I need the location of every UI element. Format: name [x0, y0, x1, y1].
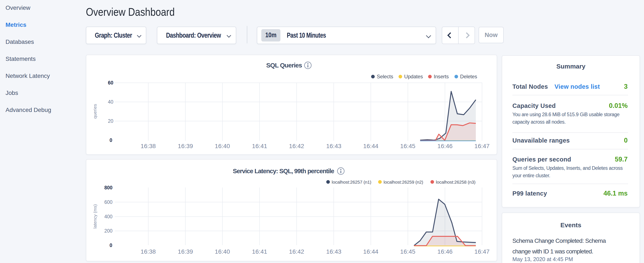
- svg-text:SQL Queries: SQL Queries: [266, 62, 302, 69]
- svg-text:latency (ms): latency (ms): [92, 204, 98, 228]
- svg-text:16:40: 16:40: [215, 248, 230, 255]
- svg-text:16:39: 16:39: [178, 248, 193, 255]
- svg-text:Deletes: Deletes: [460, 74, 477, 79]
- svg-text:20: 20: [108, 118, 113, 124]
- svg-text:16:45: 16:45: [400, 248, 415, 255]
- svg-text:200: 200: [104, 228, 112, 234]
- svg-text:16:46: 16:46: [437, 248, 452, 255]
- svg-text:16:44: 16:44: [363, 143, 378, 149]
- svg-text:600: 600: [104, 199, 112, 205]
- svg-text:16:47: 16:47: [474, 248, 490, 255]
- svg-text:0: 0: [110, 137, 112, 143]
- svg-text:16:40: 16:40: [215, 143, 230, 149]
- svg-text:localhost:26259 (n2): localhost:26259 (n2): [384, 180, 423, 184]
- svg-text:16:43: 16:43: [326, 143, 341, 149]
- svg-text:Updates: Updates: [404, 74, 423, 79]
- svg-text:16:43: 16:43: [326, 248, 341, 255]
- svg-text:16:46: 16:46: [437, 143, 452, 149]
- svg-text:16:38: 16:38: [140, 248, 156, 255]
- svg-text:60: 60: [108, 80, 113, 86]
- svg-text:16:45: 16:45: [400, 143, 415, 149]
- svg-text:Inserts: Inserts: [434, 74, 449, 79]
- svg-text:40: 40: [108, 99, 113, 105]
- svg-text:400: 400: [104, 214, 112, 219]
- svg-text:16:38: 16:38: [140, 143, 156, 149]
- svg-text:localhost:26257 (n1): localhost:26257 (n1): [332, 180, 371, 184]
- svg-text:800: 800: [104, 185, 112, 190]
- svg-text:16:39: 16:39: [178, 143, 193, 149]
- svg-text:16:42: 16:42: [289, 248, 304, 255]
- svg-text:16:41: 16:41: [252, 143, 267, 149]
- svg-text:0: 0: [110, 242, 112, 248]
- svg-text:queries: queries: [92, 104, 98, 119]
- svg-text:16:42: 16:42: [289, 143, 304, 149]
- svg-text:Service Latency: SQL, 99th per: Service Latency: SQL, 99th percentile: [233, 167, 334, 174]
- svg-text:16:44: 16:44: [363, 248, 378, 255]
- svg-text:16:41: 16:41: [252, 248, 267, 255]
- svg-text:localhost:26258 (n3): localhost:26258 (n3): [436, 180, 476, 184]
- svg-text:Selects: Selects: [377, 74, 393, 79]
- svg-text:16:47: 16:47: [474, 143, 490, 149]
